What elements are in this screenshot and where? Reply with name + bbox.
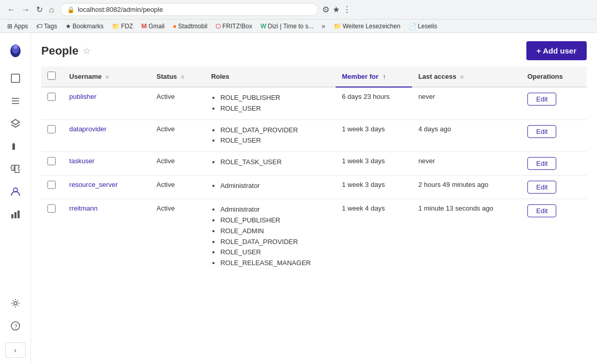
row-checkbox-2[interactable] <box>47 157 56 165</box>
edit-button[interactable]: Edit <box>527 125 556 138</box>
favorite-star-icon[interactable]: ☆ <box>82 45 91 57</box>
nav-buttons: ← → ↻ ⌂ <box>5 4 56 15</box>
col-last-access-label: Last access <box>418 73 456 80</box>
col-header-roles: Roles <box>205 66 336 87</box>
edit-button[interactable]: Edit <box>527 204 556 217</box>
svg-point-14 <box>14 302 17 305</box>
last-access-cell: 1 minute 13 seconds ago <box>412 199 521 274</box>
row-checkbox-0[interactable] <box>47 93 56 101</box>
role-item: ROLE_DATA_PROVIDER <box>220 125 329 136</box>
tags-icon: 🏷 <box>36 23 42 30</box>
username-link[interactable]: dataprovider <box>69 125 106 133</box>
operations-cell: Edit <box>521 176 587 199</box>
bookmark-fdz[interactable]: 📁 FDZ <box>110 22 135 31</box>
bookmark-label: Weitere Lesezeichen <box>343 23 401 30</box>
operations-cell: Edit <box>521 87 587 119</box>
address-bar[interactable]: 🔒 localhost:8082/admin/people <box>60 3 318 16</box>
bookmark-dizi[interactable]: W Dizi | Time to s... <box>258 22 316 31</box>
gmail-icon: M <box>141 22 147 30</box>
select-all-checkbox[interactable] <box>47 72 56 80</box>
lock-icon: 🔒 <box>67 6 75 13</box>
role-item: ROLE_TASK_USER <box>220 157 329 168</box>
bookmark-more[interactable]: » <box>320 22 327 31</box>
bookmark-label: Dizi | Time to s... <box>268 23 313 30</box>
table-row: dataproviderActiveROLE_DATA_PROVIDERROLE… <box>41 119 587 152</box>
status-cell: Active <box>151 199 205 274</box>
member-for-cell: 1 week 4 days <box>336 199 412 274</box>
sidebar-item-layers[interactable] <box>5 113 26 134</box>
bookmark-bookmarks[interactable]: ★ Bookmarks <box>63 22 106 31</box>
username-filter-icon[interactable]: ≡ <box>106 74 109 80</box>
col-header-last-access[interactable]: Last access ≡ <box>412 66 521 87</box>
add-user-button[interactable]: + Add user <box>526 41 587 60</box>
svg-rect-11 <box>11 214 13 218</box>
col-roles-label: Roles <box>211 73 229 80</box>
bookmark-weitere[interactable]: 📁 Weitere Lesezeichen <box>331 22 403 31</box>
bookmark-label: FDZ <box>121 23 133 30</box>
sidebar-item-pen[interactable] <box>5 136 26 157</box>
url-text: localhost:8082/admin/people <box>78 6 163 13</box>
sidebar-item-help[interactable]: ? <box>5 316 26 336</box>
stadtmobil-icon: ● <box>173 23 176 30</box>
roles-cell: AdministratorROLE_PUBLISHERROLE_ADMINROL… <box>205 199 336 274</box>
col-header-status[interactable]: Status ≡ <box>151 66 205 87</box>
role-item: ROLE_DATA_PROVIDER <box>220 237 329 248</box>
logo-icon[interactable] <box>5 39 26 60</box>
sidebar-item-settings[interactable] <box>5 293 26 314</box>
sidebar: ? › <box>0 33 31 364</box>
leselis-icon: 📄 <box>409 23 417 30</box>
username-link[interactable]: publisher <box>69 93 96 100</box>
extensions-button[interactable]: ⚙ <box>322 5 329 14</box>
col-member-for-label: Member for <box>342 73 378 80</box>
bookmark-button[interactable]: ★ <box>333 5 340 14</box>
member-for-cell: 1 week 3 days <box>336 176 412 199</box>
status-filter-icon[interactable]: ≡ <box>181 74 184 80</box>
bookmark-label: Apps <box>14 23 28 30</box>
svg-marker-7 <box>11 119 20 125</box>
role-item: Administrator <box>220 181 329 192</box>
sidebar-item-page[interactable] <box>5 68 26 89</box>
sidebar-expand-button[interactable]: › <box>5 342 26 358</box>
forward-button[interactable]: → <box>20 4 32 15</box>
edit-button[interactable]: Edit <box>527 181 556 194</box>
last-access-filter-icon[interactable]: ≡ <box>460 74 463 80</box>
status-cell: Active <box>151 176 205 199</box>
bookmark-fritzbox[interactable]: ⬡ FRITZ!Box <box>213 22 254 31</box>
people-table: Username ≡ Status ≡ Roles Member fo <box>41 66 587 274</box>
page-title: People <box>41 44 78 58</box>
col-header-check <box>41 66 63 87</box>
row-checkbox-1[interactable] <box>47 125 56 133</box>
svg-text:?: ? <box>14 323 17 330</box>
col-header-username[interactable]: Username ≡ <box>63 66 150 87</box>
bookmark-leselis[interactable]: 📄 Leselis <box>407 22 439 31</box>
username-link[interactable]: taskuser <box>69 157 94 165</box>
row-checkbox-3[interactable] <box>47 181 56 189</box>
back-button[interactable]: ← <box>5 4 18 15</box>
bookmark-gmail[interactable]: M Gmail <box>139 21 167 31</box>
role-item: ROLE_ADMIN <box>220 226 329 237</box>
username-link[interactable]: resource_server <box>69 181 118 188</box>
bookmark-apps[interactable]: ⊞ Apps <box>5 22 30 31</box>
page-title-wrap: People ☆ <box>41 44 91 58</box>
username-link[interactable]: rreitmann <box>69 204 97 212</box>
home-button[interactable]: ⌂ <box>47 4 56 15</box>
row-checkbox-4[interactable] <box>47 204 56 213</box>
col-header-member-for[interactable]: Member for ↑ <box>336 66 412 87</box>
svg-rect-13 <box>18 211 20 218</box>
reload-button[interactable]: ↻ <box>34 4 45 15</box>
fritzbox-icon: ⬡ <box>215 23 221 30</box>
menu-button[interactable]: ⋮ <box>343 5 351 14</box>
more-icon: » <box>322 23 325 30</box>
sidebar-item-people[interactable] <box>5 181 26 202</box>
sidebar-item-puzzle[interactable] <box>5 159 26 179</box>
bookmark-label: FRITZ!Box <box>222 23 252 30</box>
sidebar-item-content[interactable] <box>5 91 26 111</box>
sidebar-item-chart[interactable] <box>5 204 26 224</box>
col-operations-label: Operations <box>527 73 563 80</box>
bookmark-tags[interactable]: 🏷 Tags <box>34 22 59 31</box>
bookmark-stadtmobil[interactable]: ● Stadtmobil <box>171 22 209 31</box>
edit-button[interactable]: Edit <box>527 93 556 106</box>
edit-button[interactable]: Edit <box>527 157 556 170</box>
roles-cell: ROLE_TASK_USER <box>205 152 336 176</box>
star-icon: ★ <box>65 23 71 30</box>
